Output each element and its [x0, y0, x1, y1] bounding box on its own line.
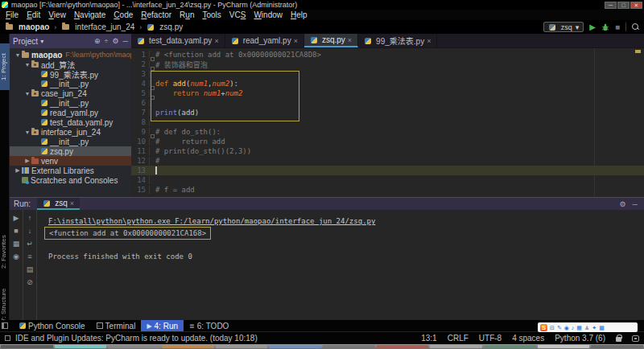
tool-window-python-console[interactable]: Python Console [14, 320, 91, 331]
handwriting-icon[interactable]: ✎ [557, 324, 562, 331]
tree-item-init-py[interactable]: __init__.py [10, 137, 131, 146]
code-line-2[interactable]: 2# 装饰器和冒泡 [131, 60, 644, 69]
tree-item-case-jun-24[interactable]: ▼case_jun_24 [10, 88, 131, 98]
expand-arrow-icon[interactable]: ▼ [24, 62, 31, 68]
code-line-14[interactable]: 14 [131, 175, 644, 185]
expand-arrow-icon[interactable]: ▼ [24, 129, 31, 135]
status-toggle-icon[interactable] [5, 335, 10, 341]
expand-arrow-icon[interactable]: ▼ [24, 91, 31, 96]
code-line-13-caret[interactable]: 13 [131, 166, 644, 175]
close-tab-icon[interactable]: × [294, 37, 298, 45]
debug-button[interactable] [601, 20, 609, 35]
code-line-11[interactable]: 11# print(do_sth()(2,3)) [131, 146, 644, 156]
code-line-12[interactable]: 12# [131, 156, 644, 166]
close-tab-icon[interactable]: × [214, 37, 218, 45]
collapse-all-icon[interactable]: ÷ [105, 37, 109, 45]
keyboard-icon[interactable]: ▦ [576, 324, 582, 331]
code-editor[interactable]: 1# <function add at 0x00000000021CA8D8> … [131, 48, 644, 197]
code-line-10[interactable]: 10# return add [131, 137, 644, 146]
ime-mode-icon[interactable]: ⊟ [550, 324, 555, 331]
rerun-button[interactable]: ▶ [14, 215, 19, 222]
fold-icon[interactable] [151, 86, 155, 90]
code-line-8[interactable]: 8 [131, 117, 644, 127]
line-ending-widget[interactable]: CRLF [448, 334, 469, 343]
code-line-3[interactable]: 3 [131, 69, 644, 79]
menu-help[interactable]: Help [287, 10, 312, 19]
tree-item-99-py[interactable]: 99_乘法表.py [10, 69, 131, 79]
menu-window[interactable]: Window [250, 10, 287, 19]
grid-menu-icon[interactable]: ▩ [599, 324, 605, 331]
tool-window-todo[interactable]: ≣6: TODO [184, 320, 234, 331]
menu-edit[interactable]: Edit [23, 10, 44, 19]
interpreter-widget[interactable]: Python 3.7 (6) [555, 334, 605, 343]
soft-wrap-icon[interactable]: ↵ [27, 240, 33, 248]
sogou-logo-icon[interactable]: S [540, 324, 547, 331]
tab-99-py[interactable]: 99_乘法表.py× [358, 34, 437, 47]
tree-item-external-libraries[interactable]: ▶External Libraries [10, 166, 131, 175]
run-configuration-select[interactable]: zsq ▾ [543, 22, 584, 32]
menu-code[interactable]: Code [109, 10, 137, 19]
menu-tools[interactable]: Tools [198, 10, 225, 19]
code-line-7[interactable]: 7print(add) [131, 108, 644, 117]
hide-panel-icon[interactable]: ─ [123, 37, 128, 45]
breadcrumb-interface-jun-24[interactable]: interface_jun_24 [75, 23, 134, 31]
collapse-arrow-icon[interactable]: ▶ [24, 158, 31, 164]
tree-item-zsq-py-selected[interactable]: zsq.py [10, 146, 131, 156]
up-stack-trace-icon[interactable]: ↑ [28, 215, 32, 222]
stop-button[interactable]: ■ [615, 23, 620, 31]
code-line-9[interactable]: 9# def do_sth(): [131, 127, 644, 137]
tree-item-interface-jun-24[interactable]: ▼interface_jun_24 [10, 127, 131, 137]
locate-file-icon[interactable]: ⊕ [94, 37, 101, 45]
code-line-4[interactable]: 4def add(num1,num2): [131, 79, 644, 88]
tab-test-data-yaml-py[interactable]: test_data.yaml.py× [131, 34, 225, 47]
minimize-window-button[interactable]: ─ [605, 2, 617, 9]
search-everywhere-icon[interactable] [632, 23, 639, 31]
lock-icon[interactable] [616, 337, 621, 342]
tree-item-read-yaml-py[interactable]: read_yaml.py [10, 108, 131, 117]
fold-icon[interactable] [151, 57, 155, 61]
clear-console-icon[interactable]: ⊘ [27, 279, 33, 286]
down-stack-trace-icon[interactable]: ↓ [28, 228, 32, 235]
pin-tab-icon[interactable]: ◉ [13, 253, 19, 261]
code-line-15[interactable]: 15# f = add [131, 185, 644, 195]
voice-input-icon[interactable]: ♪ [572, 324, 575, 331]
gear-icon[interactable]: ⚙ [113, 37, 119, 45]
tool-window-run-active[interactable]: ▶4: Run [141, 320, 184, 331]
breadcrumb-maopao[interactable]: maopao [19, 23, 49, 31]
code-line-1[interactable]: 1# <function add at 0x00000000021CA8D8> [131, 50, 644, 60]
account-icon[interactable]: ♟ [584, 324, 589, 331]
fold-icon[interactable] [151, 67, 155, 71]
menu-navigate[interactable]: Navigate [70, 10, 109, 19]
tool-window-toggle-icon[interactable] [2, 322, 8, 329]
fold-icon[interactable] [151, 134, 155, 138]
indent-widget[interactable]: 4 spaces [512, 334, 544, 343]
stop-button[interactable]: ■ [14, 228, 18, 235]
encoding-widget[interactable]: UTF-8 [479, 334, 502, 343]
menu-refactor[interactable]: Refactor [137, 10, 175, 19]
status-message[interactable]: IDE and Plugin Updates: PyCharm is ready… [15, 334, 258, 343]
run-console[interactable]: F:\install\python\python.exe F:/learn/py… [37, 210, 644, 320]
code-line-5[interactable]: 5 return num1+num2 [131, 88, 644, 98]
close-tab-icon[interactable]: × [70, 199, 74, 207]
project-panel-title[interactable]: Project [13, 37, 38, 46]
collapse-arrow-icon[interactable]: ▶ [14, 167, 21, 174]
tree-item-venv[interactable]: ▶venv [10, 156, 131, 166]
tool-window-tab-favorites[interactable]: 2: Favorites [0, 227, 10, 277]
tree-item-test-data-yaml-py[interactable]: test_data.yaml.py [10, 117, 131, 127]
breadcrumb-zsq-py[interactable]: zsq.py [159, 23, 183, 31]
menu-view[interactable]: View [44, 10, 70, 19]
toolbox-icon[interactable]: ✦ [592, 324, 597, 331]
menu-run[interactable]: Run [175, 10, 198, 19]
print-icon[interactable]: ▤ [27, 266, 34, 273]
menu-file[interactable]: File [2, 10, 23, 19]
code-line-6[interactable]: 6 [131, 98, 644, 108]
restore-layout-icon[interactable]: ▦ [13, 240, 20, 248]
emoji-icon[interactable]: ◉ [564, 324, 569, 331]
tool-window-terminal[interactable]: ›Terminal [91, 320, 142, 331]
fold-icon[interactable] [151, 96, 155, 100]
tab-read-yaml-py[interactable]: read_yaml.py× [225, 34, 304, 47]
caret-position-widget[interactable]: 13:1 [421, 334, 436, 343]
maximize-window-button[interactable]: □ [617, 2, 630, 9]
expand-arrow-icon[interactable]: ▼ [14, 52, 21, 58]
close-tab-icon[interactable]: × [348, 36, 352, 44]
